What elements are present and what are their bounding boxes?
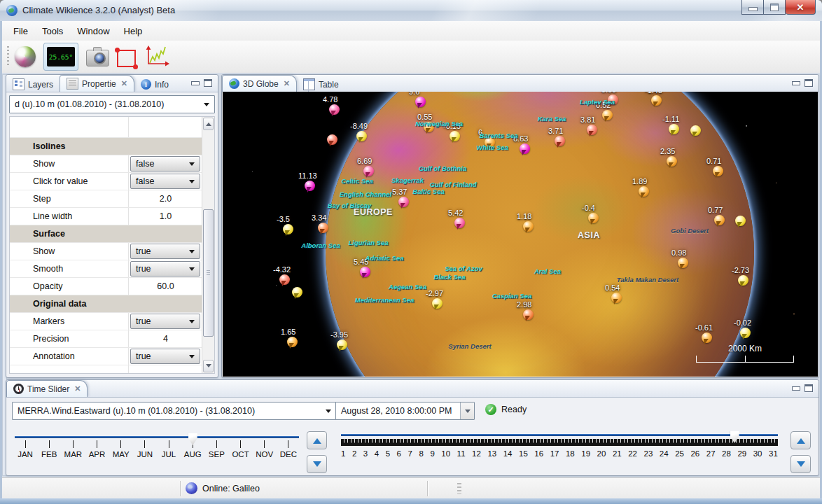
close-tab-icon[interactable]: ✕	[282, 80, 290, 88]
data-marker[interactable]: 3.81	[587, 125, 597, 135]
tab-3d-globe[interactable]: 3D Globe ✕	[222, 75, 297, 92]
color-wheel-icon[interactable]	[15, 46, 36, 67]
temperature-probe-button[interactable]: 25.65°	[43, 43, 78, 71]
scrollbar[interactable]	[202, 117, 214, 373]
day-down-button[interactable]	[790, 455, 811, 473]
property-number[interactable]: 1.0	[129, 208, 202, 225]
scroll-up-button[interactable]	[203, 118, 214, 130]
screenshot-camera-icon[interactable]	[86, 50, 109, 66]
data-marker[interactable]: -2.97	[432, 298, 443, 309]
data-marker[interactable]: -1.45	[651, 95, 662, 106]
maximize-button[interactable]	[764, 0, 786, 15]
chart-tool-icon[interactable]	[144, 45, 170, 69]
month-down-button[interactable]	[307, 455, 327, 473]
data-marker[interactable]: 0.52	[602, 110, 613, 120]
data-marker[interactable]: 0.98	[678, 258, 688, 268]
scroll-down-button[interactable]	[203, 360, 214, 372]
tab-time-slider[interactable]: Time Slider ✕	[6, 380, 88, 397]
data-marker[interactable]: 3.34	[318, 223, 328, 233]
marker-value: 0.98	[671, 248, 686, 257]
layer-select-combo[interactable]: d (u).10 m (01.08.2010) - (31.08.2010)	[9, 95, 215, 113]
data-marker[interactable]: -2.73	[738, 275, 748, 286]
month-track[interactable]	[15, 436, 299, 438]
close-button[interactable]: ✕	[786, 0, 816, 15]
day-label: 18	[566, 449, 575, 458]
day-slider[interactable]: 1234567891011121314151617181920212223242…	[341, 434, 778, 458]
data-marker[interactable]: 2.98	[523, 309, 534, 320]
month-slider[interactable]: JANFEBMARAPRMAYJUNJULAUGSEPOCTNOVDEC	[15, 436, 299, 458]
data-marker[interactable]: -0.02	[740, 328, 751, 338]
data-marker[interactable]: 9.6	[415, 97, 426, 107]
datetime-dropdown-button[interactable]	[460, 402, 474, 419]
property-number[interactable]: 60.0	[129, 278, 202, 295]
tab-info[interactable]: Info	[134, 77, 175, 92]
data-marker[interactable]: 6.63	[520, 144, 530, 154]
day-label: 7	[408, 449, 412, 458]
data-marker[interactable]: -3.95	[337, 340, 347, 350]
property-dropdown[interactable]: true	[130, 244, 200, 259]
data-marker[interactable]: -1.11	[669, 124, 679, 134]
tab-properties[interactable]: Propertie ✕	[60, 75, 134, 92]
property-dropdown[interactable]: false	[130, 174, 200, 189]
minimize-button[interactable]	[741, 0, 764, 15]
data-marker[interactable]: -6.15	[450, 131, 460, 141]
property-number[interactable]: 2.0	[129, 190, 202, 207]
data-marker[interactable]: -4.32	[279, 274, 290, 285]
menu-file[interactable]: File	[6, 23, 35, 39]
data-marker[interactable]: 5.37	[398, 197, 409, 207]
time-layer-combo[interactable]: MERRA.Wind.Eastward (u).10 m (01.08.2010…	[12, 402, 337, 420]
property-dropdown[interactable]: true	[130, 261, 200, 276]
drag-grip[interactable]	[457, 483, 461, 494]
maximize-view-icon[interactable]	[804, 79, 813, 87]
maximize-view-icon[interactable]	[204, 79, 212, 87]
day-track[interactable]	[341, 434, 778, 436]
title-bar[interactable]: Climate Wikience 3.2.0 (Analyst) Beta ✕	[0, 0, 822, 21]
data-marker[interactable]: 0.77	[714, 215, 725, 225]
data-marker[interactable]: -0.4	[588, 213, 599, 223]
data-marker[interactable]: 2.35	[667, 156, 677, 167]
property-dropdown[interactable]: true	[130, 349, 200, 364]
day-ruler	[341, 439, 778, 446]
menu-window[interactable]: Window	[70, 23, 116, 39]
month-cell: FEB	[39, 440, 60, 458]
data-marker[interactable]: 1.65	[287, 337, 298, 347]
data-marker[interactable]	[292, 287, 302, 298]
close-tab-icon[interactable]: ✕	[73, 385, 81, 393]
data-marker[interactable]: -3.5	[283, 224, 293, 234]
data-marker[interactable]: 6.69	[363, 166, 374, 176]
data-marker[interactable]: 5.45	[360, 267, 370, 277]
day-label: 30	[753, 449, 762, 458]
day-up-button[interactable]	[790, 431, 811, 449]
scrollbar-thumb[interactable]	[203, 209, 214, 337]
menu-tools[interactable]: Tools	[35, 23, 70, 39]
globe-viewport[interactable]: 9.64.780.55-8.49-6.1566.636.6911.135.375…	[223, 92, 818, 377]
property-dropdown[interactable]: true	[130, 314, 200, 329]
property-dropdown[interactable]: false	[130, 156, 200, 172]
data-marker[interactable]	[735, 216, 746, 226]
datetime-combo[interactable]: August 28, 2010 8:00:00 PM	[335, 402, 475, 420]
data-marker[interactable]	[690, 125, 701, 136]
minimize-view-icon[interactable]	[792, 81, 800, 85]
data-marker[interactable]	[327, 134, 337, 145]
close-tab-icon[interactable]: ✕	[120, 80, 127, 88]
data-marker[interactable]: 4.78	[329, 104, 340, 115]
property-number[interactable]: 4	[129, 330, 202, 347]
data-marker[interactable]: -0.61	[702, 332, 712, 343]
minimize-view-icon[interactable]	[191, 81, 200, 85]
data-marker[interactable]: 0.71	[713, 166, 723, 176]
region-select-icon[interactable]	[117, 50, 136, 67]
sea-label: Skagerrak	[391, 176, 424, 184]
data-marker[interactable]: -8.49	[356, 131, 367, 141]
data-marker[interactable]: 5.42	[454, 218, 465, 228]
data-marker[interactable]: 3.71	[555, 136, 565, 146]
data-marker[interactable]: 1.89	[639, 186, 649, 197]
minimize-view-icon[interactable]	[792, 386, 800, 391]
tab-table[interactable]: Table	[297, 77, 345, 92]
maximize-view-icon[interactable]	[804, 384, 813, 392]
data-marker[interactable]: 11.13	[305, 181, 315, 191]
menu-help[interactable]: Help	[117, 23, 150, 39]
data-marker[interactable]: 0.54	[611, 293, 622, 303]
month-up-button[interactable]	[307, 431, 327, 449]
tab-layers[interactable]: Layers	[6, 77, 60, 92]
data-marker[interactable]: 1.18	[523, 221, 534, 232]
